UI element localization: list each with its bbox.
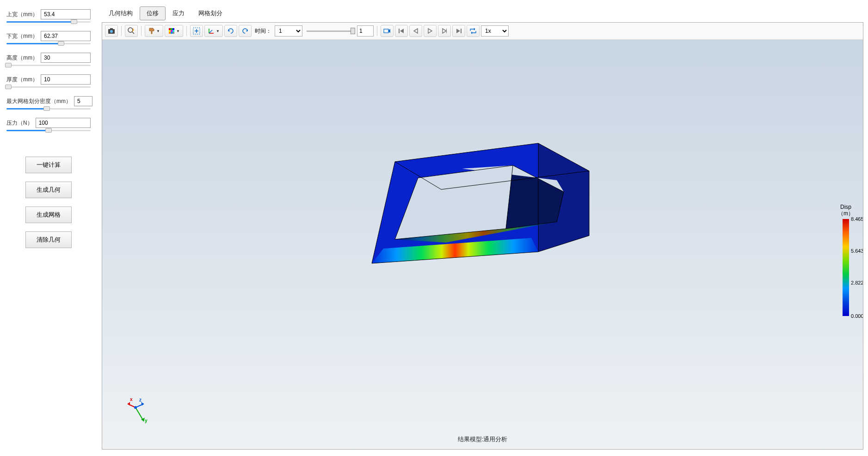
svg-point-1	[110, 30, 113, 33]
param-label: 压力（N）	[6, 119, 33, 127]
coord-frame-icon[interactable]: ▼	[204, 25, 223, 37]
tab-stress[interactable]: 应力	[166, 6, 191, 20]
param-top-width: 上宽（mm）	[6, 9, 91, 19]
skip-last-icon[interactable]	[452, 25, 465, 37]
legend-tick: 8.465e-07	[851, 216, 863, 222]
param-thickness: 厚度（mm）	[6, 74, 91, 85]
step-back-icon[interactable]	[409, 25, 422, 37]
param-label: 最大网格划分密度（mm）	[6, 97, 71, 105]
tab-displacement[interactable]: 位移	[140, 6, 166, 20]
svg-point-39	[134, 406, 137, 409]
svg-text:x: x	[130, 397, 133, 402]
svg-rect-7	[172, 28, 174, 30]
result-model-label: 结果模型:通用分析	[458, 435, 508, 444]
svg-line-4	[132, 32, 134, 34]
zoom-flash-icon[interactable]	[125, 25, 138, 37]
param-label: 高度（mm）	[6, 54, 38, 62]
time-step-spinner[interactable]	[357, 25, 374, 36]
legend-tick: 5.643e-07	[851, 248, 863, 254]
time-slider[interactable]	[307, 30, 353, 32]
param-bottom-width: 下宽（mm）	[6, 31, 91, 41]
play-icon[interactable]	[424, 25, 437, 37]
svg-rect-8	[169, 30, 171, 32]
svg-rect-18	[384, 29, 388, 33]
legend-bar: 8.465e-07 5.643e-07 2.822e-07 0.000e+00	[843, 219, 849, 316]
svg-rect-5	[169, 28, 171, 30]
svg-rect-12	[171, 32, 172, 34]
param-label: 上宽（mm）	[6, 11, 38, 18]
param-height: 高度（mm）	[6, 53, 91, 63]
main-area: 几何结构 位移 应力 网格划分 ▼ ▼ ▼	[97, 0, 868, 456]
thickness-slider[interactable]	[6, 86, 91, 88]
svg-rect-19	[399, 29, 400, 33]
svg-text:z: z	[139, 397, 142, 402]
speed-select[interactable]: 1x	[481, 25, 509, 36]
param-label: 厚度（mm）	[6, 76, 38, 84]
rotate-cw-icon[interactable]	[239, 25, 252, 37]
svg-rect-13	[172, 32, 174, 34]
generate-geometry-button[interactable]: 生成几何	[25, 182, 72, 198]
compute-button[interactable]: 一键计算	[25, 157, 72, 173]
tab-geometry[interactable]: 几何结构	[102, 6, 140, 20]
rotate-ccw-icon[interactable]	[224, 25, 237, 37]
param-mesh-density: 最大网格划分密度（mm）	[6, 96, 91, 106]
svg-line-17	[209, 30, 212, 33]
generate-mesh-button[interactable]: 生成网格	[25, 207, 72, 223]
svg-rect-2	[110, 28, 113, 30]
param-pressure: 压力（N）	[6, 118, 91, 128]
legend-title: Disp（m）	[838, 204, 854, 217]
model-render	[358, 129, 608, 277]
fit-view-icon[interactable]	[190, 25, 203, 37]
mesh-density-slider[interactable]	[6, 108, 91, 109]
time-select[interactable]: 1	[275, 25, 302, 36]
tab-mesh[interactable]: 网格划分	[191, 6, 229, 20]
parameter-sidebar: 上宽（mm） 下宽（mm） 高度（mm） 厚度（mm） 最大网格划分密度（mm）…	[0, 0, 97, 456]
svg-marker-31	[128, 402, 130, 406]
step-forward-icon[interactable]	[438, 25, 451, 37]
pressure-slider[interactable]	[6, 130, 91, 131]
svg-text:y: y	[145, 418, 148, 423]
view-tabs: 几何结构 位移 应力 网格划分	[102, 6, 863, 20]
height-slider[interactable]	[6, 65, 91, 66]
svg-rect-21	[461, 29, 462, 33]
legend-tick: 2.822e-07	[851, 280, 863, 286]
record-icon[interactable]	[381, 25, 394, 37]
svg-rect-10	[172, 30, 174, 32]
svg-rect-20	[446, 29, 447, 33]
screenshot-icon[interactable]	[105, 25, 118, 37]
color-legend: Disp（m） 8.465e-07 5.643e-07 2.822e-07 0.…	[838, 204, 854, 316]
svg-rect-6	[171, 28, 172, 30]
thickness-input[interactable]	[41, 74, 91, 85]
param-label: 下宽（mm）	[6, 32, 38, 40]
mesh-density-input[interactable]	[74, 96, 92, 106]
bottom-width-input[interactable]	[41, 31, 91, 41]
svg-point-3	[128, 28, 133, 32]
top-width-slider[interactable]	[6, 21, 91, 23]
legend-tick: 0.000e+00	[851, 313, 863, 319]
paint-render-icon[interactable]: ▼	[145, 25, 163, 37]
bottom-width-slider[interactable]	[6, 43, 91, 44]
viewer-panel: ▼ ▼ ▼ 时间： 1	[102, 22, 863, 450]
coordinate-axes-icon: x y z	[125, 394, 153, 426]
colormap-cube-icon[interactable]: ▼	[165, 25, 183, 37]
pressure-input[interactable]	[36, 118, 91, 128]
top-width-input[interactable]	[41, 9, 91, 19]
viewer-toolbar: ▼ ▼ ▼ 时间： 1	[102, 23, 863, 40]
clear-geometry-button[interactable]: 清除几何	[25, 231, 72, 248]
loop-icon[interactable]	[467, 25, 480, 37]
height-input[interactable]	[41, 53, 91, 63]
3d-viewport[interactable]: x y z 结果模型:通用分析 Disp（m） 8.465e-07 5.643e…	[102, 40, 863, 449]
svg-rect-9	[171, 30, 172, 32]
skip-first-icon[interactable]	[395, 25, 408, 37]
svg-rect-11	[169, 32, 171, 34]
time-label: 时间：	[255, 27, 271, 35]
